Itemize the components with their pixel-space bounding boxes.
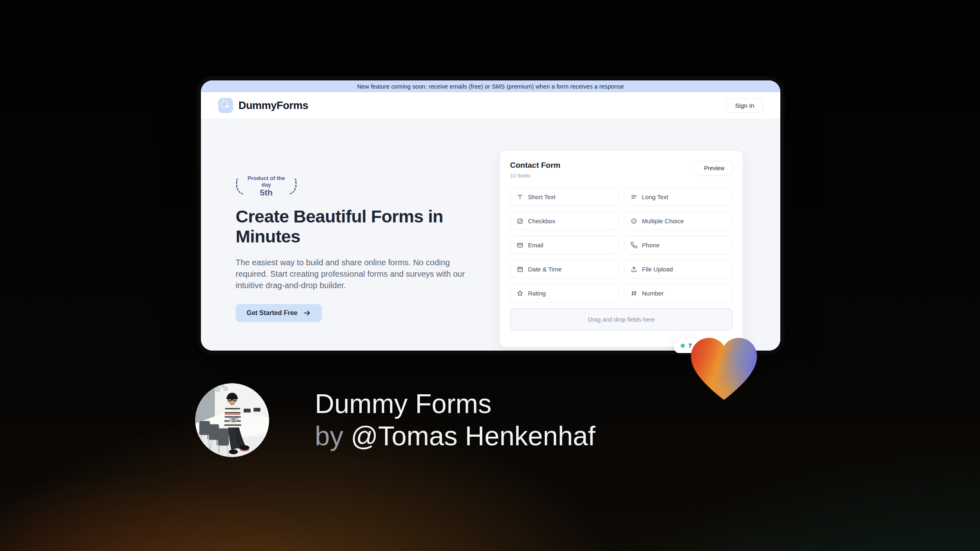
field-label: Number bbox=[642, 290, 664, 297]
hero-title: Create Beautiful Forms in Minutes bbox=[236, 207, 458, 247]
product-of-the-day-badge: Product of the day 5th bbox=[236, 175, 297, 198]
star-icon bbox=[517, 290, 523, 297]
phone-icon bbox=[630, 242, 637, 249]
app-body: Product of the day 5th bbox=[201, 119, 780, 351]
upload-icon bbox=[630, 266, 637, 273]
award-rank-label: 5th bbox=[247, 188, 285, 198]
calendar-icon bbox=[517, 266, 523, 273]
award-top-label: Product of the day bbox=[247, 175, 285, 188]
promo-stage: New feature coming soon: receive emails … bbox=[0, 0, 980, 551]
get-started-label: Get Started Free bbox=[247, 309, 297, 317]
sign-in-button[interactable]: Sign In bbox=[726, 98, 763, 113]
app-logo[interactable] bbox=[218, 98, 233, 113]
dropzone-text: Drag and drop fields here bbox=[588, 316, 655, 323]
caption-author: @Tomas Henkenhaf bbox=[351, 421, 595, 451]
gradient-heart-icon bbox=[684, 330, 764, 404]
form-builder-card: Contact Form 10 fields Preview Short Tex… bbox=[499, 150, 743, 347]
brand-title: DummyForms bbox=[238, 99, 308, 112]
field-rating[interactable]: Rating bbox=[510, 284, 619, 302]
preview-button[interactable]: Preview bbox=[696, 161, 733, 176]
envelope-icon bbox=[517, 242, 523, 249]
field-date-time[interactable]: Date & Time bbox=[510, 260, 619, 278]
award-text: Product of the day 5th bbox=[247, 175, 285, 198]
app-header: DummyForms Sign In bbox=[201, 92, 780, 119]
caption-by: by bbox=[315, 421, 343, 451]
field-checkbox[interactable]: Checkbox bbox=[510, 211, 619, 230]
get-started-button[interactable]: Get Started Free bbox=[236, 304, 322, 322]
form-title: Contact Form bbox=[510, 161, 561, 170]
field-label: Phone bbox=[642, 242, 659, 249]
text-icon bbox=[517, 193, 523, 200]
laurel-right-icon bbox=[288, 176, 297, 198]
field-short-text[interactable]: Short Text bbox=[510, 187, 619, 206]
hash-icon bbox=[630, 290, 637, 297]
field-multiple-choice[interactable]: Multiple Choice bbox=[624, 211, 733, 230]
hero-section: Product of the day 5th bbox=[236, 175, 472, 322]
paragraph-lines-icon bbox=[630, 193, 637, 200]
field-number[interactable]: Number bbox=[624, 284, 733, 302]
field-email[interactable]: Email bbox=[510, 236, 619, 254]
avatar bbox=[195, 383, 269, 457]
field-label: Rating bbox=[528, 290, 546, 297]
checkbox-icon bbox=[517, 218, 523, 224]
caption: Dummy Forms by @Tomas Henkenhaf bbox=[315, 388, 595, 452]
field-label: Date & Time bbox=[528, 266, 562, 273]
field-label: Long Text bbox=[642, 193, 668, 200]
field-label: Checkbox bbox=[528, 218, 555, 224]
field-label: Multiple Choice bbox=[642, 218, 684, 224]
field-label: File Upload bbox=[642, 266, 673, 273]
field-phone[interactable]: Phone bbox=[624, 236, 733, 254]
field-label: Short Text bbox=[528, 193, 555, 200]
avatar-photo-icon bbox=[195, 383, 269, 457]
announcement-text: New feature coming soon: receive emails … bbox=[357, 83, 624, 90]
card-header: Contact Form 10 fields Preview bbox=[510, 161, 733, 179]
field-long-text[interactable]: Long Text bbox=[624, 187, 733, 206]
card-titles: Contact Form 10 fields bbox=[510, 161, 561, 179]
field-grid: Short Text Long Text Checkbox Multiple C… bbox=[510, 187, 733, 302]
field-label: Email bbox=[528, 242, 543, 249]
field-count: 10 fields bbox=[510, 173, 561, 179]
app-window: New feature coming soon: receive emails … bbox=[201, 80, 780, 351]
caption-title: Dummy Forms bbox=[315, 388, 595, 420]
laurel-left-icon bbox=[236, 176, 244, 198]
caption-author-line: by @Tomas Henkenhaf bbox=[315, 420, 595, 452]
dashed-select-cursor-icon bbox=[219, 99, 232, 112]
arrow-right-icon bbox=[303, 310, 311, 316]
dropzone[interactable]: Drag and drop fields here bbox=[510, 308, 733, 331]
hero-description: The easiest way to build and share onlin… bbox=[236, 257, 472, 291]
announcement-banner: New feature coming soon: receive emails … bbox=[201, 80, 780, 92]
field-file-upload[interactable]: File Upload bbox=[624, 260, 733, 278]
radio-circle-icon bbox=[630, 218, 637, 224]
